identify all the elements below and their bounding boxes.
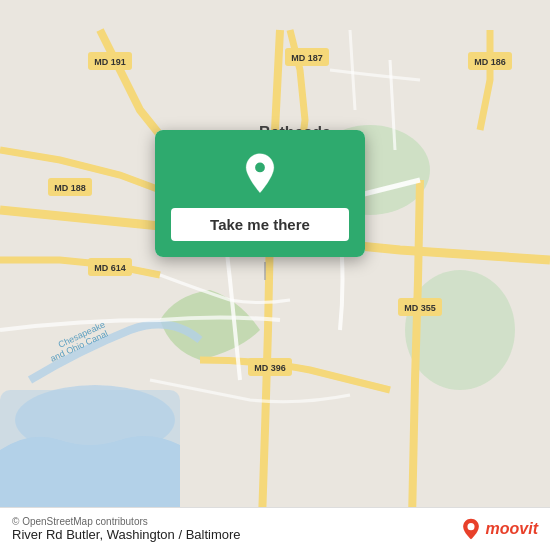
svg-text:MD 186: MD 186	[474, 57, 506, 67]
svg-text:MD 355: MD 355	[404, 303, 436, 313]
svg-point-23	[254, 162, 265, 173]
popup-card: Take me there	[155, 130, 365, 257]
moovit-text: moovit	[486, 520, 538, 538]
svg-text:MD 188: MD 188	[54, 183, 86, 193]
bottom-bar: © OpenStreetMap contributors River Rd Bu…	[0, 507, 550, 550]
location-name: River Rd Butler, Washington / Baltimore	[12, 527, 241, 542]
map-container: MD 191 MD 187 MD 186 MD 188 MD 191 MD 61…	[0, 0, 550, 550]
svg-text:MD 396: MD 396	[254, 363, 286, 373]
location-pin-icon	[238, 152, 282, 196]
popup-green-area: Take me there	[155, 130, 365, 257]
map-attribution: © OpenStreetMap contributors	[12, 516, 241, 527]
svg-point-24	[467, 523, 474, 530]
take-me-there-button[interactable]: Take me there	[171, 208, 349, 241]
moovit-pin-icon	[460, 518, 482, 540]
moovit-logo: moovit	[460, 518, 538, 540]
svg-text:MD 187: MD 187	[291, 53, 323, 63]
map-svg: MD 191 MD 187 MD 186 MD 188 MD 191 MD 61…	[0, 0, 550, 550]
bottom-left-info: © OpenStreetMap contributors River Rd Bu…	[12, 516, 241, 542]
map-pin-tail	[257, 262, 273, 282]
svg-text:MD 614: MD 614	[94, 263, 126, 273]
svg-text:MD 191: MD 191	[94, 57, 126, 67]
